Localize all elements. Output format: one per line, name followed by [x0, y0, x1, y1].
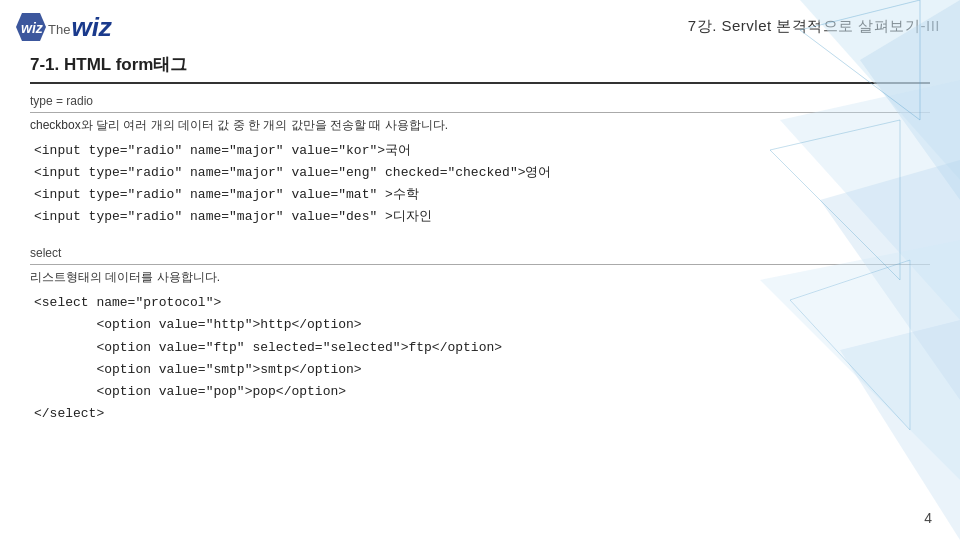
subsection-radio-desc: checkbox와 달리 여러 개의 데이터 값 중 한 개의 값만을 전송할 … — [30, 117, 930, 134]
subsection-select-code: <select name="protocol"> <option value="… — [30, 292, 930, 425]
subsection-select-desc: 리스트형태의 데이터를 사용합니다. — [30, 269, 930, 286]
logo-area: wiz The wiz — [16, 9, 112, 45]
subsection-select: select 리스트형태의 데이터를 사용합니다. <select name="… — [30, 246, 930, 425]
logo-icon: wiz — [16, 9, 46, 45]
subsection-select-label: select — [30, 246, 930, 265]
header-title: 7강. Servlet 본격적으로 살펴보기-III — [688, 17, 940, 36]
page-number: 4 — [924, 510, 932, 526]
subsection-radio-code: <input type="radio" name="major" value="… — [30, 140, 930, 228]
main-content: 7-1. HTML form태그 type = radio checkbox와 … — [0, 53, 960, 425]
section-title: 7-1. HTML form태그 — [30, 53, 930, 84]
subsection-radio-label: type = radio — [30, 94, 930, 113]
header: wiz The wiz 7강. Servlet 본격적으로 살펴보기-III — [0, 0, 960, 53]
subsection-radio: type = radio checkbox와 달리 여러 개의 데이터 값 중 … — [30, 94, 930, 228]
svg-text:wiz: wiz — [21, 20, 43, 36]
logo-label-wiz: wiz — [71, 14, 111, 40]
logo-label-the: The — [48, 22, 70, 37]
